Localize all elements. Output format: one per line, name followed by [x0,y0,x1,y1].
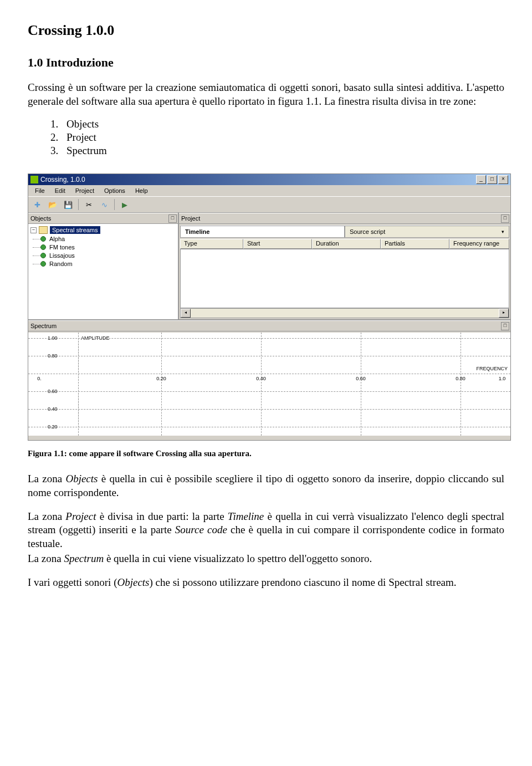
app-screenshot: Crossing, 1.0.0 _ □ × File Edit Project … [28,173,511,441]
zones-list: Objects Project Spectrum [61,118,504,157]
menu-help[interactable]: Help [131,186,152,195]
y-tick: 0.40 [48,406,58,412]
window-title: Crossing, 1.0.0 [40,176,85,183]
figure-caption: Figura 1.1: come appare il software Cros… [28,449,504,458]
new-button[interactable]: ✚ [30,198,44,211]
tab-label: Timeline [185,228,209,235]
tree-item-fmtones[interactable]: FM tones [30,244,176,251]
frequency-label: FREQUENCY [476,366,508,371]
column-freqrange[interactable]: Frequency range [449,239,509,249]
x-tick: 0.80 [456,376,466,381]
column-start[interactable]: Start [243,239,312,249]
toolbar: ✚ 📂 💾 ✂ ∿ ▶ [28,196,510,213]
column-partials[interactable]: Partials [381,239,449,249]
menu-options[interactable]: Options [100,186,130,195]
menu-edit[interactable]: Edit [50,186,70,195]
column-type[interactable]: Type [180,239,243,249]
paragraph-project: La zona Project è divisa in due parti: l… [28,510,504,551]
list-item: Project [61,131,504,144]
x-tick: 0.40 [256,376,266,381]
objects-tree: − Spectral streams Alpha FM tones Lissaj… [28,224,178,319]
list-item: Spectrum [61,145,504,157]
table-header: Type Start Duration Partials Frequency r… [180,239,509,249]
column-duration[interactable]: Duration [312,239,381,249]
save-button[interactable]: 💾 [62,198,75,211]
separator-icon [114,199,115,210]
panel-close-icon[interactable]: □ [501,215,509,223]
wave-button[interactable]: ∿ [98,198,111,211]
menu-file[interactable]: File [30,186,49,195]
x-tick: 0. [37,376,42,381]
y-tick: 0.80 [48,353,58,359]
scroll-right-button[interactable]: ▸ [499,309,509,318]
tree-item-random[interactable]: Random [30,261,176,267]
tree-item-label: Lissajous [49,252,75,259]
spectrum-plot: AMPLITUDE FREQUENCY 1.00 0.80 0.60 0.40 … [28,333,510,436]
bullet-icon [40,261,46,267]
panel-title: Spectrum [30,323,57,329]
collapse-icon[interactable]: − [30,227,37,233]
tree-root[interactable]: − Spectral streams [30,226,176,234]
tree-item-label: FM tones [49,244,75,251]
list-item: Objects [61,118,504,130]
objects-panel: Objects □ − Spectral streams Alpha FM to… [28,213,179,319]
intro-paragraph: Crossing è un software per la creazione … [28,81,504,108]
run-button[interactable]: ▶ [118,198,131,211]
paragraph-summary: I vari oggetti sonori (Objects) che si p… [28,576,504,590]
tree-item-alpha[interactable]: Alpha [30,236,176,242]
tab-source[interactable]: Source script ▾ [345,226,509,238]
doc-title: Crossing 1.0.0 [28,22,504,39]
project-panel-header: Project □ [179,213,510,224]
section-heading: 1.0 Introduzione [28,55,504,70]
cut-button[interactable]: ✂ [82,198,95,211]
tab-timeline[interactable]: Timeline [180,226,345,238]
project-panel: Project □ Timeline Source script ▾ Type … [179,213,510,319]
bullet-icon [40,253,46,258]
maximize-button[interactable]: □ [487,175,497,184]
tree-item-label: Random [49,261,73,267]
spectrum-panel-header: Spectrum □ [28,320,510,331]
paragraph-objects: La zona Objects è quella in cui è possib… [28,472,504,499]
panel-title: Project [181,215,200,222]
panel-close-icon[interactable]: □ [501,322,509,330]
menubar: File Edit Project Options Help [28,185,510,196]
objects-panel-header: Objects □ [28,213,178,224]
tab-label: Source script [350,228,385,235]
tree-item-label: Alpha [49,236,65,242]
panel-title: Objects [30,215,51,222]
folder-icon [39,226,48,234]
open-button[interactable]: 📂 [46,198,59,211]
menu-project[interactable]: Project [71,186,99,195]
y-tick: 0.20 [48,424,58,430]
spectrum-panel: Spectrum □ AMPLITUDE FREQUENCY 1.00 0.80… [28,319,510,437]
y-tick: 0.60 [48,389,58,394]
panel-close-icon[interactable]: □ [168,215,177,223]
minimize-button[interactable]: _ [476,175,486,184]
bullet-icon [40,236,46,242]
tree-root-label: Spectral streams [50,226,100,234]
scroll-left-button[interactable]: ◂ [181,309,191,318]
separator-icon [78,199,79,210]
x-tick: 0.20 [156,376,166,381]
titlebar: Crossing, 1.0.0 _ □ × [28,174,510,185]
x-tick: 1.0 [499,376,506,381]
x-tick: 0.60 [356,376,366,381]
project-tabs: Timeline Source script ▾ [180,225,509,238]
bullet-icon [40,244,46,250]
app-icon [30,176,38,183]
paragraph-spectrum: La zona Spectrum è quella in cui viene v… [28,552,504,566]
tree-item-lissajous[interactable]: Lissajous [30,252,176,259]
horizontal-scrollbar[interactable]: ◂ ▸ [180,308,509,318]
y-tick: 1.00 [48,335,58,341]
table-body [180,249,509,308]
close-button[interactable]: × [498,175,508,184]
tab-menu-icon[interactable]: ▾ [502,229,504,234]
